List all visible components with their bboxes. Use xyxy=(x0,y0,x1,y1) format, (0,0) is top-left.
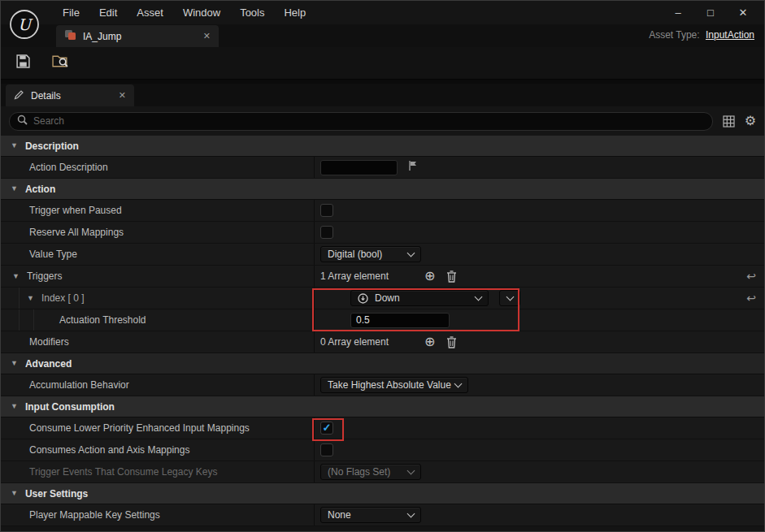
property-label: Trigger when Paused xyxy=(29,205,122,216)
actuation-threshold-input[interactable] xyxy=(350,313,450,328)
dropdown-value: (No Flags Set) xyxy=(328,466,390,478)
asset-tab-strip: IA_Jump ✕ Asset Type: InputAction xyxy=(1,24,764,47)
row-action-description: Action Description xyxy=(1,157,764,179)
menu-file[interactable]: File xyxy=(53,1,89,24)
chevron-down-icon xyxy=(506,292,514,301)
chevron-down-icon: ▼ xyxy=(11,360,18,367)
asset-type-label: Asset Type: xyxy=(649,29,699,41)
gear-icon[interactable]: ⚙ xyxy=(745,115,756,128)
chevron-down-icon: ▼ xyxy=(11,490,18,497)
search-input[interactable] xyxy=(33,115,705,127)
row-trigger-when-paused: Trigger when Paused ✓ xyxy=(1,200,764,222)
property-label: Actuation Threshold xyxy=(59,314,146,326)
player-mappable-dropdown[interactable]: None xyxy=(320,507,421,523)
section-input-consumption[interactable]: ▼ Input Consumption xyxy=(1,396,764,417)
section-user-settings[interactable]: ▼ User Settings xyxy=(1,483,764,504)
reserve-all-mappings-checkbox[interactable]: ✓ xyxy=(320,226,333,239)
dropdown-value: Down xyxy=(375,292,400,304)
toolbar xyxy=(1,47,764,80)
maximize-icon[interactable]: □ xyxy=(694,1,727,24)
consumes-action-axis-checkbox[interactable]: ✓ xyxy=(320,443,333,456)
section-title: Action xyxy=(25,184,55,195)
row-value-type: Value Type Digital (bool) xyxy=(1,244,764,266)
row-triggers: ▼ Triggers 1 Array element ⊕ ↩ xyxy=(1,266,764,288)
row-player-mappable-key-settings: Player Mappable Key Settings None xyxy=(1,504,764,526)
trigger-down-icon xyxy=(358,293,368,304)
row-accumulation-behavior: Accumulation Behavior Take Highest Absol… xyxy=(1,374,764,396)
title-bar: File Edit Asset Window Tools Help – □ ✕ xyxy=(1,1,764,24)
row-reserve-all-mappings: Reserve All Mappings ✓ xyxy=(1,222,764,244)
row-consumes-action-axis: Consumes Action and Axis Mappings ✓ xyxy=(1,439,764,461)
indent-guide xyxy=(19,309,20,331)
trigger-type-dropdown[interactable]: Down xyxy=(350,290,489,306)
property-label: Value Type xyxy=(29,249,77,260)
row-trigger-events-legacy: Trigger Events That Consume Legacy Keys … xyxy=(1,461,764,483)
save-button[interactable] xyxy=(12,53,33,74)
details-tab-close-icon[interactable]: ✕ xyxy=(119,90,126,101)
menu-help[interactable]: Help xyxy=(274,1,315,24)
add-element-icon[interactable]: ⊕ xyxy=(424,270,435,283)
tab-details[interactable]: Details ✕ xyxy=(6,84,134,106)
section-title: User Settings xyxy=(25,488,88,500)
search-icon xyxy=(17,114,28,128)
chevron-down-icon xyxy=(407,249,415,257)
check-icon: ✓ xyxy=(323,422,332,433)
trash-icon[interactable] xyxy=(446,270,457,283)
array-count-text: 0 Array element xyxy=(320,336,411,348)
section-title: Input Consumption xyxy=(25,401,115,413)
chevron-down-icon: ▼ xyxy=(11,142,18,149)
property-label: Action Description xyxy=(29,162,108,173)
chevron-down-icon[interactable]: ▼ xyxy=(27,295,34,302)
section-advanced[interactable]: ▼ Advanced xyxy=(1,353,764,374)
property-label: Player Mappable Key Settings xyxy=(29,509,160,521)
trigger-events-dropdown: (No Flags Set) xyxy=(320,464,421,480)
localization-flag-icon[interactable] xyxy=(407,160,419,175)
property-label: Reserve All Mappings xyxy=(29,227,124,238)
chevron-down-icon xyxy=(407,509,415,517)
close-icon[interactable]: ✕ xyxy=(727,1,759,24)
accumulation-behavior-dropdown[interactable]: Take Highest Absolute Value xyxy=(320,377,468,393)
property-label: Triggers xyxy=(27,270,63,282)
consume-lower-priority-checkbox[interactable]: ✓ xyxy=(320,422,333,435)
reset-to-default-icon[interactable]: ↩ xyxy=(746,270,756,282)
browse-to-asset-button[interactable] xyxy=(50,53,71,74)
unreal-logo: U xyxy=(9,9,40,43)
add-element-icon[interactable]: ⊕ xyxy=(424,335,435,348)
tab-close-icon[interactable]: ✕ xyxy=(203,31,211,41)
element-options-dropdown[interactable] xyxy=(499,290,520,306)
asset-type-link[interactable]: InputAction xyxy=(706,29,754,41)
row-actuation-threshold: Actuation Threshold xyxy=(1,309,764,331)
dropdown-value: Digital (bool) xyxy=(328,249,382,260)
minimize-icon[interactable]: – xyxy=(662,1,694,24)
indent-guide xyxy=(19,288,20,309)
tab-label: IA_Jump xyxy=(83,31,121,42)
details-tab-label: Details xyxy=(31,90,61,102)
chevron-down-icon[interactable]: ▼ xyxy=(12,273,20,280)
chevron-down-icon xyxy=(407,466,415,474)
trash-icon[interactable] xyxy=(446,336,457,348)
array-count-text: 1 Array element xyxy=(320,270,411,282)
trigger-when-paused-checkbox[interactable]: ✓ xyxy=(320,204,333,217)
row-modifiers: Modifiers 0 Array element ⊕ xyxy=(1,331,764,353)
details-property-grid: ▼ Description Action Description ▼ Actio… xyxy=(1,136,764,526)
menu-window[interactable]: Window xyxy=(173,1,230,24)
display-filter-grid-icon[interactable] xyxy=(723,115,735,128)
property-label: Accumulation Behavior xyxy=(29,379,129,391)
value-type-dropdown[interactable]: Digital (bool) xyxy=(320,246,421,262)
menu-asset[interactable]: Asset xyxy=(127,1,173,24)
save-icon xyxy=(15,54,31,72)
action-description-input[interactable] xyxy=(320,160,398,175)
section-action[interactable]: ▼ Action xyxy=(1,179,764,200)
menu-edit[interactable]: Edit xyxy=(89,1,127,24)
menu-tools[interactable]: Tools xyxy=(230,1,274,24)
tab-ia-jump[interactable]: IA_Jump ✕ xyxy=(56,25,219,47)
property-label: Consumes Action and Axis Mappings xyxy=(29,444,189,456)
reset-to-default-icon[interactable]: ↩ xyxy=(746,292,756,304)
section-title: Description xyxy=(25,141,79,152)
section-description[interactable]: ▼ Description xyxy=(1,136,764,157)
input-action-icon xyxy=(64,29,76,44)
details-tab-strip: Details ✕ xyxy=(1,84,764,106)
indent-guide xyxy=(33,309,34,331)
chevron-down-icon: ▼ xyxy=(11,403,18,410)
details-search-row: ⚙ xyxy=(1,106,764,136)
